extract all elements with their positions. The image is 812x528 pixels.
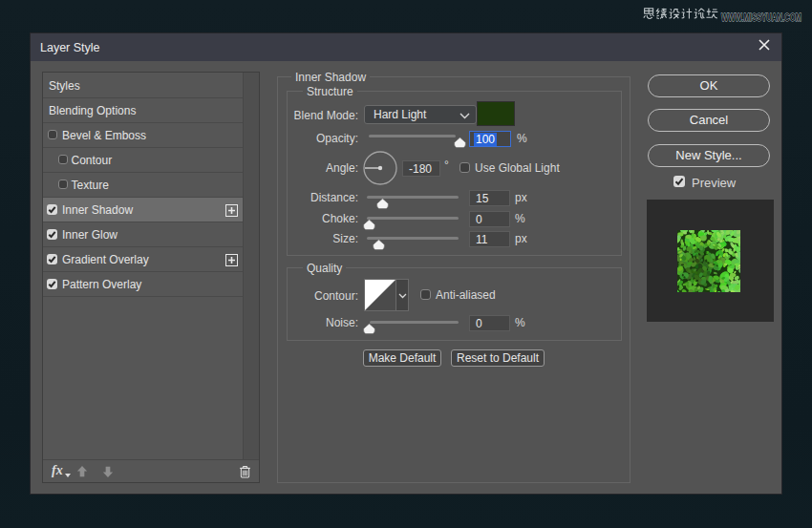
svg-text:WWW.MISSYUAN.COM: WWW.MISSYUAN.COM [721,12,801,23]
